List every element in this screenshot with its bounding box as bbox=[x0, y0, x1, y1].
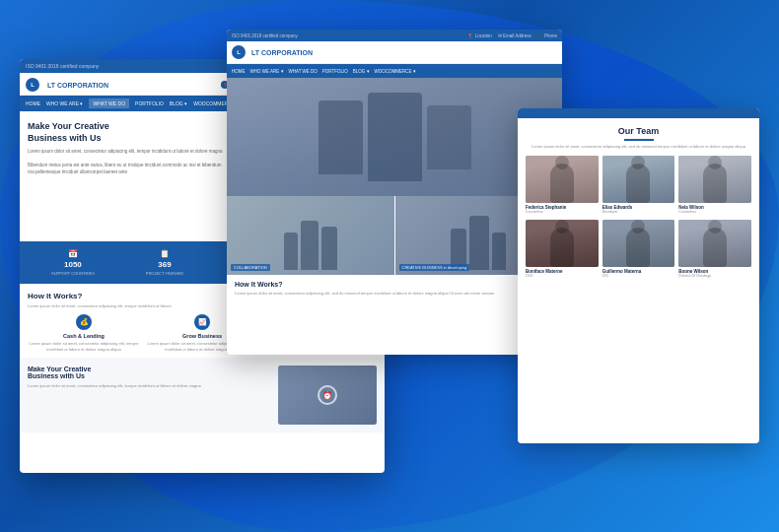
team-member-4: Boniface Materne CEO bbox=[526, 220, 599, 280]
nav-portfolio[interactable]: PORTFOLIO bbox=[135, 100, 164, 106]
cert-label: ISO 9401:2018 certified company bbox=[26, 63, 99, 69]
nav-home[interactable]: HOME bbox=[26, 100, 40, 106]
hero-title: Make Your CreativeBusiness with Us bbox=[28, 121, 248, 144]
person-head-5 bbox=[631, 220, 645, 233]
mid-nav-woo[interactable]: WOOCOMMERCE ▾ bbox=[375, 69, 416, 74]
creative-title: Make Your CreativeBusiness with Us bbox=[28, 366, 270, 379]
mid-header-contacts: 📍 Location ✉ Email Address 📞 Phone bbox=[467, 33, 557, 38]
person-silhouette-6 bbox=[703, 228, 727, 267]
step-icon-1: 💰 bbox=[76, 314, 92, 330]
step-icon-2: 📈 bbox=[194, 314, 210, 330]
sub-fig-5 bbox=[469, 216, 489, 270]
member-photo-3 bbox=[678, 156, 751, 203]
member-photo-4 bbox=[526, 220, 599, 267]
stat-icon-2: 📋 bbox=[160, 249, 170, 258]
mid-sub-grid: COLLABORATION CREATIVE BUSINESS in devel… bbox=[227, 196, 562, 275]
step-text-1: Lorem ipsum dolor sit amet, consectetur … bbox=[28, 341, 140, 352]
creative-img-overlay: ⏰ bbox=[278, 366, 377, 425]
sub-people-1 bbox=[232, 221, 390, 270]
hero-gradient bbox=[227, 78, 562, 196]
member-photo-bg-2 bbox=[602, 156, 675, 203]
member-photo-6 bbox=[678, 220, 751, 267]
team-subtitle: Lorem ipsum dolor sit amet, consectetur … bbox=[526, 144, 751, 150]
team-grid: Federica Stephanie Counselors El bbox=[526, 156, 751, 280]
team-member-1: Federica Stephanie Counselors bbox=[526, 156, 599, 216]
member-info-1: Federica Stephanie Counselors bbox=[526, 203, 599, 216]
creative-image: ⏰ bbox=[278, 366, 377, 425]
person-silhouette-5 bbox=[626, 228, 650, 267]
stat-projects: 📋 369 PROJECT FINISHED bbox=[146, 249, 183, 276]
member-info-4: Boniface Materne CEO bbox=[526, 267, 599, 280]
team-member-5: Guillermo Materna CIO bbox=[602, 220, 675, 280]
step-1: 💰 Cash & Lending Lorem ipsum dolor sit a… bbox=[28, 314, 140, 352]
clock-icon: ⏰ bbox=[318, 385, 337, 405]
member-photo-bg-1 bbox=[526, 156, 599, 203]
title-underline bbox=[624, 139, 654, 141]
nav-who[interactable]: WHO WE ARE ▾ bbox=[46, 100, 83, 106]
hero-left: Make Your CreativeBusiness with Us Lorem… bbox=[20, 111, 256, 239]
logo-text: LT CORPORATION bbox=[47, 82, 108, 89]
stat-label-1: SUPPORT COUNTRIES bbox=[51, 271, 95, 276]
mid-cert-label: ISO 9401:2018 certified company bbox=[232, 33, 298, 38]
person-silhouette-1 bbox=[550, 164, 574, 203]
member-photo-bg-6 bbox=[678, 220, 751, 267]
member-photo-5 bbox=[602, 220, 675, 267]
mid-header: L LT CORPORATION bbox=[227, 41, 562, 64]
member-photo-2 bbox=[602, 156, 675, 203]
creative-body: Lorem ipsum dolor sit amet, consectetur … bbox=[28, 383, 270, 389]
screenshot-middle: ISO 9401:2018 certified company 📍 Locati… bbox=[227, 30, 562, 355]
member-role-4: CEO bbox=[526, 274, 599, 278]
stat-num-2: 369 bbox=[158, 260, 171, 269]
creative-section: Make Your CreativeBusiness with Us Lorem… bbox=[20, 358, 385, 432]
mid-logo-text: LT CORPORATION bbox=[251, 49, 313, 56]
stat-countries: 📅 1050 SUPPORT COUNTRIES bbox=[51, 249, 95, 276]
mid-bottom-body: Lorem ipsum dolor sit amet, consectetur … bbox=[235, 291, 554, 297]
member-role-1: Counselors bbox=[526, 210, 599, 214]
hero-body: Lorem ipsum dolor sit amet, consectetur … bbox=[28, 149, 248, 175]
mid-nav-blog[interactable]: BLOG ▾ bbox=[353, 69, 370, 74]
mid-hero-image bbox=[227, 78, 562, 196]
stat-label-2: PROJECT FINISHED bbox=[146, 271, 183, 276]
sub-fig-6 bbox=[492, 233, 506, 270]
mid-bottom-title: How It Works? bbox=[235, 281, 554, 288]
person-head-6 bbox=[708, 220, 722, 233]
sub-fig-2 bbox=[301, 221, 319, 270]
img-label-1: COLLABORATION bbox=[231, 264, 270, 271]
sub-fig-1 bbox=[284, 233, 298, 270]
logo-icon: L bbox=[26, 78, 39, 92]
mid-nav-portfolio[interactable]: PORTFOLIO bbox=[322, 69, 348, 74]
nav-blog[interactable]: BLOG ▾ bbox=[170, 100, 187, 106]
step-title-1: Cash & Lending bbox=[28, 333, 140, 339]
mid-nav-what[interactable]: WHAT WE DO bbox=[289, 69, 318, 74]
mid-phone: 📞 Phone bbox=[537, 33, 557, 38]
person-silhouette-3 bbox=[703, 164, 727, 203]
mid-nav-who[interactable]: WHO WE ARE ▾ bbox=[250, 69, 284, 74]
team-member-3: Nela Wilson Counselors bbox=[678, 156, 751, 216]
team-member-2: Elias Edwards Developer bbox=[602, 156, 675, 216]
person-head-1 bbox=[555, 156, 569, 169]
member-info-6: Boone Wilson Director Of Oncology bbox=[678, 267, 751, 280]
member-role-3: Counselors bbox=[678, 210, 751, 214]
member-role-5: CIO bbox=[602, 274, 675, 278]
person-head-4 bbox=[555, 220, 569, 233]
person-silhouette-4 bbox=[550, 228, 574, 267]
screenshot-right: Our Team Lorem ipsum dolor sit amet, con… bbox=[518, 108, 759, 443]
member-info-5: Guillermo Materna CIO bbox=[602, 267, 675, 280]
scene-container: ISO 9401:2018 certified company L LT COR… bbox=[0, 0, 779, 532]
mid-nav: HOME WHO WE ARE ▾ WHAT WE DO PORTFOLIO B… bbox=[227, 64, 562, 78]
sub-fig-3 bbox=[321, 227, 337, 270]
member-role-6: Director Of Oncology bbox=[678, 274, 751, 278]
team-member-6: Boone Wilson Director Of Oncology bbox=[678, 220, 751, 280]
person-silhouette-2 bbox=[626, 164, 650, 203]
mid-loc: 📍 Location bbox=[467, 33, 491, 38]
stat-num-1: 1050 bbox=[64, 260, 82, 269]
nav-what[interactable]: WHAT WE DO bbox=[89, 99, 129, 108]
creative-left: Make Your CreativeBusiness with Us Lorem… bbox=[28, 366, 270, 425]
member-photo-bg-5 bbox=[602, 220, 675, 267]
right-content: Our Team Lorem ipsum dolor sit amet, con… bbox=[518, 118, 759, 288]
mid-bottom-text: How It Works? Lorem ipsum dolor sit amet… bbox=[227, 275, 562, 302]
person-head-2 bbox=[631, 156, 645, 169]
member-photo-bg-3 bbox=[678, 156, 751, 203]
stat-icon-1: 📅 bbox=[68, 249, 78, 258]
mid-nav-home[interactable]: HOME bbox=[232, 69, 246, 74]
